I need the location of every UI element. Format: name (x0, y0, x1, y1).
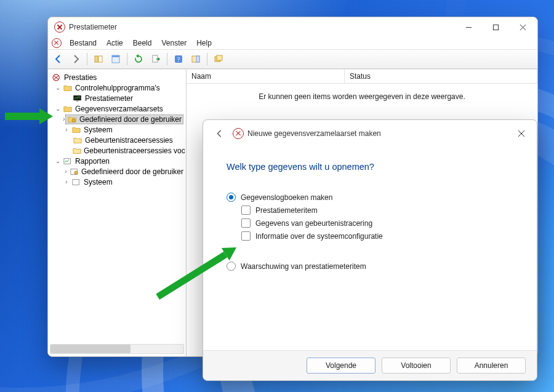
reports-user-icon (70, 167, 79, 176)
titlebar[interactable]: Prestatiemeter (48, 17, 537, 37)
nav-back-button[interactable] (50, 52, 66, 66)
chevron-down-icon[interactable]: ⌄ (54, 85, 62, 91)
wizard-dialog: Nieuwe gegevensverzamelaarset maken Welk… (203, 119, 537, 381)
svg-rect-4 (112, 55, 119, 57)
svg-rect-14 (76, 100, 78, 101)
wizard-question: Welk type gegevens wilt u opnemen? (227, 162, 520, 172)
action-pane-button[interactable] (188, 52, 204, 66)
checkbox-icon (241, 206, 251, 215)
tree[interactable]: Prestaties ⌄ Controlehulpprogramma's Pre… (49, 71, 185, 355)
annotation-arrow-1 (5, 108, 53, 124)
app-menu-icon (52, 38, 62, 48)
finish-button[interactable]: Voltooien (382, 358, 451, 374)
monitor-icon (73, 94, 82, 103)
nav-forward-button[interactable] (68, 52, 84, 66)
svg-rect-1 (95, 56, 98, 62)
reports-system-icon (71, 178, 81, 186)
chevron-down-icon[interactable]: ⌄ (54, 158, 62, 164)
help-button[interactable]: ? (171, 52, 187, 66)
window-title: Prestatiemeter (69, 23, 117, 31)
chevron-down-icon[interactable]: ⌄ (54, 106, 62, 112)
wizard-app-icon (233, 128, 244, 139)
tree-dcs-sts[interactable]: Gebeurtenistraceersessies voor opstarten (84, 146, 185, 155)
tree-reports-system[interactable]: Systeem (84, 178, 113, 186)
folder-icon (63, 84, 73, 92)
svg-rect-16 (64, 158, 71, 164)
column-status[interactable]: Status (345, 70, 537, 83)
checkbox-sysconfig[interactable]: Informatie over de systeemconfiguratie (241, 231, 520, 241)
svg-rect-11 (217, 55, 222, 60)
svg-rect-9 (196, 56, 199, 62)
scroll-thumb[interactable] (50, 345, 130, 353)
list-empty-message: Er kunnen geen items worden weergegeven … (187, 92, 537, 101)
refresh-button[interactable] (130, 52, 147, 66)
app-icon (54, 22, 65, 33)
radio-alert[interactable]: Waarschuwing van prestatiemeteritem (227, 262, 520, 271)
svg-rect-2 (98, 56, 102, 62)
chevron-right-icon[interactable]: › (63, 127, 70, 133)
tree-tools[interactable]: Controlehulpprogramma's (75, 84, 160, 92)
perf-root-icon (52, 73, 62, 82)
menu-view[interactable]: Beeld (129, 38, 156, 48)
minimize-button[interactable] (455, 18, 482, 36)
menu-action[interactable]: Actie (102, 38, 127, 48)
horizontal-scrollbar[interactable] (50, 344, 184, 354)
show-hide-console-tree-button[interactable] (90, 52, 106, 66)
menubar: Bestand Actie Beeld Venster Help (48, 37, 537, 50)
trace-icon (73, 136, 82, 145)
radio-datalogs[interactable]: Gegevenslogboeken maken (227, 193, 520, 202)
checkbox-perfcounter[interactable]: Prestatiemeteritem (241, 206, 520, 215)
tree-selected-item[interactable]: Gedefinieerd door de gebruiker (65, 114, 183, 124)
wizard-title: Nieuwe gegevensverzamelaarset maken (247, 129, 381, 138)
close-button[interactable] (509, 18, 536, 36)
chevron-right-icon[interactable]: › (63, 179, 70, 185)
reports-icon (63, 157, 73, 166)
svg-point-15 (72, 119, 75, 122)
tree-tools-perfmon[interactable]: Prestatiemeter (85, 94, 133, 103)
menu-help[interactable]: Help (192, 38, 216, 48)
tree-pane[interactable]: Prestaties ⌄ Controlehulpprogramma's Pre… (48, 70, 187, 356)
svg-rect-19 (73, 179, 79, 185)
list-header: Naam Status (187, 70, 537, 84)
new-window-button[interactable] (211, 52, 227, 66)
checkbox-sysconfig-label: Informatie over de systeemconfiguratie (255, 232, 383, 241)
svg-text:?: ? (177, 56, 180, 63)
next-button[interactable]: Volgende (307, 358, 375, 374)
radio-datalogs-label: Gegevenslogboeken maken (241, 193, 332, 202)
tree-reports[interactable]: Rapporten (75, 157, 110, 166)
checkbox-eventtrace[interactable]: Gegevens van gebeurtenistracering (241, 218, 520, 228)
wizard-titlebar[interactable]: Nieuwe gegevensverzamelaarset maken (203, 120, 537, 147)
wizard-body: Welk type gegevens wilt u opnemen? Gegev… (203, 147, 537, 350)
folder-icon (63, 105, 73, 113)
checkbox-icon (241, 218, 251, 228)
checkbox-eventtrace-label: Gegevens van gebeurtenistracering (255, 219, 372, 228)
tree-dcs-system[interactable]: Systeem (84, 126, 113, 134)
tree-root[interactable]: Prestaties (64, 73, 97, 82)
wizard-footer: Volgende Voltooien Annuleren (203, 350, 537, 380)
checkbox-perfcounter-label: Prestatiemeteritem (255, 206, 318, 215)
trace-startup-icon (73, 146, 81, 155)
tree-dcs[interactable]: Gegevensverzamelaarsets (75, 105, 163, 113)
tree-dcs-user[interactable]: Gedefinieerd door de gebruiker (79, 115, 182, 124)
folder-system-icon (71, 126, 81, 134)
chevron-right-icon[interactable]: › (63, 169, 69, 175)
properties-button[interactable] (108, 52, 124, 66)
tree-reports-user[interactable]: Gedefinieerd door de gebruiker (81, 167, 183, 176)
svg-rect-0 (493, 25, 498, 30)
checkbox-icon (241, 231, 251, 241)
radio-icon (227, 262, 236, 271)
toolbar: ? (48, 50, 537, 69)
svg-point-18 (74, 171, 78, 174)
radio-alert-label: Waarschuwing van prestatiemeteritem (241, 262, 366, 271)
export-list-button[interactable] (148, 52, 164, 66)
column-name[interactable]: Naam (187, 70, 345, 83)
tree-dcs-ets[interactable]: Gebeurtenistraceersessies (85, 136, 173, 145)
menu-file[interactable]: Bestand (65, 38, 101, 48)
wizard-back-button[interactable] (212, 126, 228, 142)
menu-window[interactable]: Venster (157, 38, 191, 48)
cancel-button[interactable]: Annuleren (457, 358, 526, 374)
maximize-button[interactable] (482, 18, 509, 36)
folder-user-icon (67, 115, 77, 124)
wizard-close-button[interactable] (510, 124, 533, 143)
radio-icon (227, 193, 236, 202)
